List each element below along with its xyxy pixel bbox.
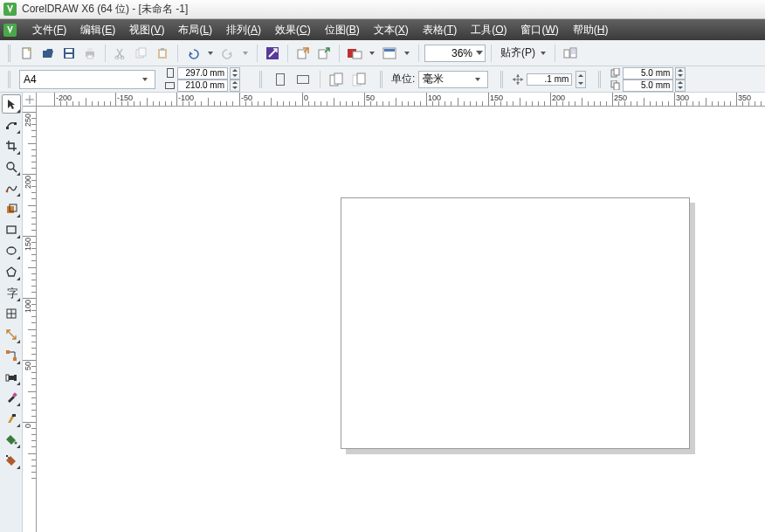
nudge-spinner[interactable] bbox=[575, 71, 586, 88]
menu-视图v[interactable]: 视图(V) bbox=[122, 21, 171, 39]
interactive-fill-tool[interactable] bbox=[2, 451, 21, 470]
save-button[interactable] bbox=[59, 44, 79, 63]
publish-dropdown[interactable] bbox=[366, 45, 378, 61]
shape-tool[interactable] bbox=[2, 115, 21, 135]
cut-button[interactable] bbox=[111, 44, 130, 63]
freehand-tool[interactable] bbox=[2, 178, 21, 197]
redo-history-dropdown[interactable] bbox=[239, 45, 252, 61]
separator bbox=[339, 45, 340, 62]
app-launcher-button[interactable] bbox=[380, 44, 399, 63]
launcher-dropdown[interactable] bbox=[401, 45, 413, 61]
dimension-tool[interactable] bbox=[2, 325, 21, 344]
menu-编辑e[interactable]: 编辑(E) bbox=[73, 21, 122, 39]
undo-history-dropdown[interactable] bbox=[204, 45, 217, 61]
interactive-tool[interactable] bbox=[2, 367, 21, 386]
zoom-level[interactable] bbox=[424, 45, 486, 62]
app-logo-icon bbox=[3, 3, 17, 16]
fill-tool[interactable] bbox=[2, 430, 21, 449]
rectangle-tool[interactable] bbox=[2, 220, 21, 239]
landscape-button[interactable] bbox=[293, 70, 313, 89]
snap-dropdown[interactable] bbox=[537, 45, 549, 61]
zoom-tool[interactable] bbox=[2, 157, 21, 176]
dup-x-input[interactable] bbox=[623, 67, 673, 79]
page-dimensions bbox=[164, 67, 240, 92]
vertical-ruler[interactable]: 250200150100500 bbox=[23, 107, 37, 532]
ellipse-tool[interactable] bbox=[2, 241, 21, 260]
dup-y-icon bbox=[610, 80, 621, 91]
snap-button[interactable]: 贴齐(P) bbox=[497, 45, 535, 60]
ruler-origin[interactable] bbox=[23, 93, 37, 107]
redo-button[interactable] bbox=[218, 44, 238, 63]
new-button[interactable] bbox=[17, 44, 37, 63]
open-button[interactable] bbox=[38, 44, 58, 63]
height-icon bbox=[164, 80, 176, 91]
grip bbox=[8, 71, 13, 88]
title-bar: CorelDRAW X6 (64 位) - [未命名 -1] bbox=[0, 0, 765, 19]
crop-tool[interactable] bbox=[2, 136, 21, 155]
all-pages-button[interactable] bbox=[327, 70, 347, 89]
menu-工具o[interactable]: 工具(O) bbox=[464, 21, 513, 39]
search-button[interactable] bbox=[263, 44, 282, 63]
menu-bar: 文件(F)编辑(E)视图(V)布局(L)排列(A)效果(C)位图(B)文本(X)… bbox=[0, 19, 765, 40]
copy-button[interactable] bbox=[132, 44, 151, 63]
separator bbox=[177, 45, 178, 62]
text-tool[interactable]: 字 bbox=[2, 283, 21, 302]
options-button[interactable] bbox=[561, 44, 580, 63]
polygon-tool[interactable] bbox=[2, 262, 21, 281]
svg-rect-10 bbox=[139, 48, 146, 56]
print-button[interactable] bbox=[80, 44, 100, 63]
svg-rect-21 bbox=[564, 50, 569, 58]
menu-文本x[interactable]: 文本(X) bbox=[367, 21, 416, 39]
undo-button[interactable] bbox=[183, 44, 203, 63]
eyedropper-tool[interactable] bbox=[2, 388, 21, 407]
dup-x-spinner[interactable] bbox=[675, 67, 686, 79]
page[interactable] bbox=[341, 197, 690, 449]
zoom-dropdown-icon[interactable] bbox=[475, 47, 484, 59]
menu-位图b[interactable]: 位图(B) bbox=[318, 21, 367, 39]
menu-表格t[interactable]: 表格(T) bbox=[416, 21, 464, 39]
menu-文件f[interactable]: 文件(F) bbox=[25, 21, 73, 39]
dropdown-icon bbox=[472, 72, 484, 87]
page-height-input[interactable] bbox=[177, 79, 228, 92]
menu-布局l[interactable]: 布局(L) bbox=[171, 21, 219, 39]
unit-select[interactable]: 毫米 bbox=[418, 71, 488, 88]
unit-value: 毫米 bbox=[423, 72, 444, 86]
dup-y-spinner[interactable] bbox=[675, 79, 686, 92]
nudge-icon bbox=[512, 74, 523, 85]
paste-button[interactable] bbox=[153, 44, 172, 63]
menu-效果c[interactable]: 效果(C) bbox=[268, 21, 318, 39]
height-spinner[interactable] bbox=[230, 79, 240, 92]
table-tool[interactable] bbox=[2, 304, 21, 323]
svg-rect-24 bbox=[334, 73, 342, 84]
outline-tool[interactable] bbox=[2, 409, 21, 428]
page-width-input[interactable] bbox=[177, 67, 228, 79]
app-icon bbox=[3, 24, 17, 37]
portrait-button[interactable] bbox=[271, 70, 290, 89]
publish-pdf-button[interactable] bbox=[345, 44, 364, 63]
menu-窗口w[interactable]: 窗口(W) bbox=[513, 21, 565, 39]
canvas[interactable] bbox=[37, 107, 765, 532]
grip bbox=[8, 45, 13, 62]
dup-y-input[interactable] bbox=[623, 79, 673, 92]
page-size-select[interactable]: A4 bbox=[19, 70, 155, 89]
current-page-button[interactable] bbox=[350, 70, 369, 89]
duplicate-distance bbox=[610, 67, 686, 92]
toolbox: 字 bbox=[0, 93, 23, 532]
smart-fill-tool[interactable] bbox=[2, 199, 21, 218]
svg-rect-20 bbox=[384, 49, 395, 52]
horizontal-ruler[interactable]: -200-150-100-50050100150200250300350 bbox=[37, 93, 765, 107]
separator bbox=[320, 71, 320, 88]
width-icon bbox=[164, 68, 176, 79]
connector-tool[interactable] bbox=[2, 346, 21, 365]
export-button[interactable] bbox=[314, 44, 334, 63]
menu-排列a[interactable]: 排列(A) bbox=[219, 21, 268, 39]
nudge-input[interactable] bbox=[527, 73, 572, 86]
menu-帮助h[interactable]: 帮助(H) bbox=[566, 21, 616, 39]
pick-tool[interactable] bbox=[2, 94, 21, 114]
property-bar: A4 单位: 毫米 bbox=[0, 66, 765, 93]
width-spinner[interactable] bbox=[230, 67, 240, 79]
import-button[interactable] bbox=[293, 44, 313, 63]
svg-rect-26 bbox=[357, 73, 365, 84]
svg-rect-32 bbox=[14, 122, 17, 125]
separator bbox=[555, 45, 555, 62]
